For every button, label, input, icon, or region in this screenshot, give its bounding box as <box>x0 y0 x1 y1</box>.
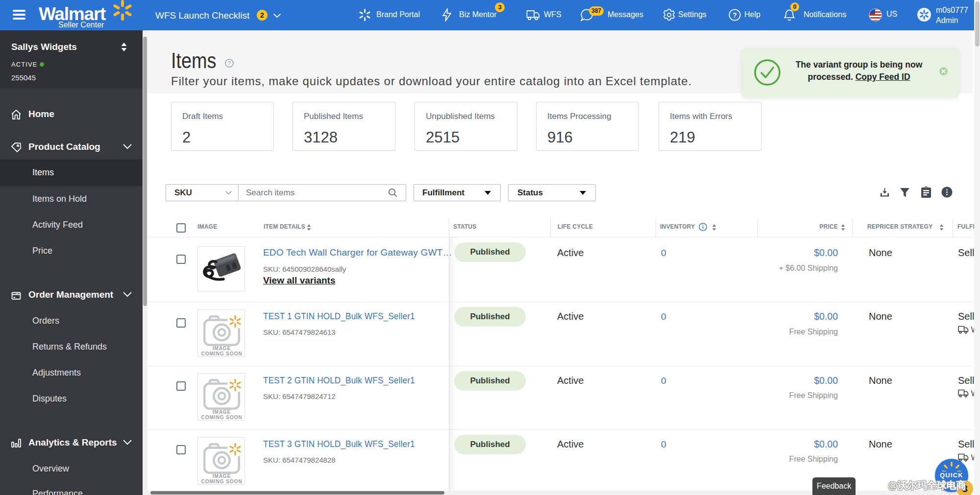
svg-text:?: ? <box>228 60 231 66</box>
svg-text:?: ? <box>733 11 737 19</box>
